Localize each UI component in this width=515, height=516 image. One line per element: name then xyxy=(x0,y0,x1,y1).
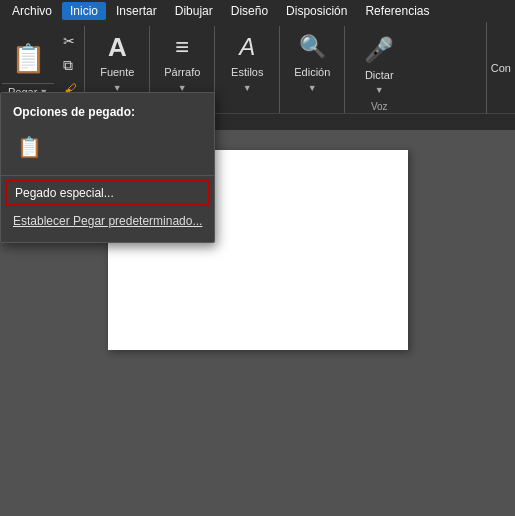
ribbon-group-voz: 🎤 Dictar ▼ Voz xyxy=(345,26,413,113)
estilos-label: Estilos xyxy=(231,66,263,79)
paste-icon-button[interactable]: 📋 xyxy=(13,131,45,163)
menu-insertar[interactable]: Insertar xyxy=(108,2,165,20)
pegar-icon: 📋 xyxy=(11,45,46,73)
voz-label: Voz xyxy=(371,99,388,114)
paste-dropdown-menu: Opciones de pegado: 📋 Pegado especial...… xyxy=(0,92,215,243)
ribbon-group-edicion: 🔍 Edición ▼ xyxy=(280,26,345,113)
dictar-label: Dictar xyxy=(365,69,394,82)
dictar-button[interactable]: 🎤 Dictar ▼ xyxy=(353,30,405,99)
fuente-button[interactable]: A Fuente ▼ xyxy=(91,26,143,98)
parrafo-button[interactable]: ≡ Párrafo ▼ xyxy=(156,26,208,98)
pegado-especial-item[interactable]: Pegado especial... xyxy=(5,180,210,206)
edicion-button[interactable]: 🔍 Edición ▼ xyxy=(286,26,338,98)
parrafo-icon: ≡ xyxy=(166,31,198,63)
menu-archivo[interactable]: Archivo xyxy=(4,2,60,20)
dropdown-separator-1 xyxy=(1,175,214,176)
small-buttons: ✂ ⧉ 🖌 xyxy=(58,30,82,100)
menu-referencias[interactable]: Referencias xyxy=(357,2,437,20)
paste-icons-row: 📋 xyxy=(1,127,214,171)
fuente-icon: A xyxy=(101,31,133,63)
estilos-button[interactable]: A Estilos ▼ xyxy=(221,26,273,98)
edicion-icon: 🔍 xyxy=(296,31,328,63)
copiar-button[interactable]: ⧉ xyxy=(58,54,82,76)
copiar-icon: ⧉ xyxy=(63,57,73,74)
dictar-chevron-icon: ▼ xyxy=(375,85,384,95)
estilos-icon: A xyxy=(231,31,263,63)
parrafo-label: Párrafo xyxy=(164,66,200,79)
menu-inicio[interactable]: Inicio xyxy=(62,2,106,20)
con-label: Con xyxy=(491,62,511,74)
paste-clipboard-icon: 📋 xyxy=(17,135,42,159)
dropdown-title: Opciones de pegado: xyxy=(1,101,214,127)
edicion-label: Edición xyxy=(294,66,330,79)
estilos-chevron-icon: ▼ xyxy=(243,83,252,93)
edicion-chevron-icon: ▼ xyxy=(308,83,317,93)
menu-disposicion[interactable]: Disposición xyxy=(278,2,355,20)
menu-dibujar[interactable]: Dibujar xyxy=(167,2,221,20)
ribbon-group-estilos: A Estilos ▼ xyxy=(215,26,280,113)
establecer-pegar-item[interactable]: Establecer Pegar predeterminado... xyxy=(1,208,214,234)
menubar: Archivo Inicio Insertar Dibujar Diseño D… xyxy=(0,0,515,22)
cortar-icon: ✂ xyxy=(63,33,75,49)
menu-diseno[interactable]: Diseño xyxy=(223,2,276,20)
pegar-icon-area[interactable]: 📋 xyxy=(5,30,52,83)
fuente-label: Fuente xyxy=(100,66,134,79)
dictar-icon: 🎤 xyxy=(363,34,395,66)
cortar-button[interactable]: ✂ xyxy=(58,30,82,52)
